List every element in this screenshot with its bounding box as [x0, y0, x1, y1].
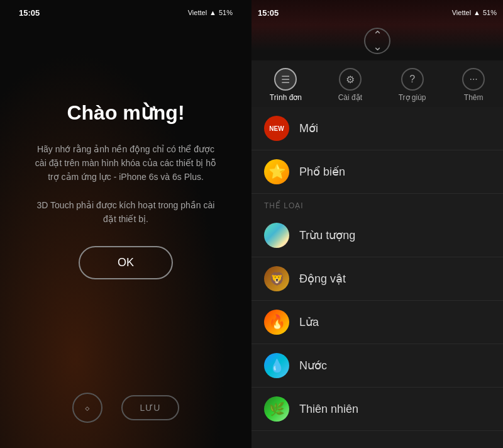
- tab-more[interactable]: ··· Thêm: [455, 65, 492, 104]
- water-label: Nước: [299, 359, 327, 372]
- section-header-the-loai: THỂ LOẠI: [252, 194, 503, 214]
- status-time-left: 15:05: [19, 8, 40, 18]
- menu-item-abstract[interactable]: Trừu tượng: [252, 214, 503, 257]
- fire-label: Lửa: [299, 315, 319, 329]
- menu-item-nature[interactable]: 🌿 Thiên nhiên: [252, 388, 503, 431]
- left-content: Chào mừng! Hãy nhớ rằng ảnh nền động chỉ…: [31, 25, 220, 393]
- battery-left: 51%: [219, 9, 233, 16]
- wifi-icon-right: ▲: [473, 9, 480, 16]
- bottom-controls: ⬦ LƯU: [72, 393, 180, 423]
- abstract-icon: [264, 223, 289, 248]
- status-bar-right: 15:05 Viettel ▲ 51%: [252, 0, 503, 25]
- menu-list: NEW Mới ⭐ Phổ biến THỂ LOẠI Trừu tượng 🦁…: [252, 107, 503, 448]
- adjust-button[interactable]: ⬦: [72, 393, 102, 423]
- left-panel: 15:05 Viettel ▲ 51% Chào mừng! Hãy nhớ r…: [0, 0, 252, 448]
- settings-tab-icon: ⚙: [339, 68, 362, 91]
- chevron-icon: ⌃⌄: [373, 30, 382, 52]
- right-panel: 15:05 Viettel ▲ 51% ⌃⌄ ☰ Trình đơn ⚙ Cài…: [252, 0, 503, 448]
- animals-label: Động vật: [299, 272, 346, 286]
- luu-button[interactable]: LƯU: [121, 395, 180, 420]
- settings-tab-label: Cài đặt: [338, 93, 362, 102]
- more-tab-icon: ···: [462, 68, 485, 91]
- new-badge: NEW: [264, 116, 289, 141]
- welcome-body2: 3D Touch phải được kích hoạt trong phần …: [31, 198, 220, 227]
- fire-icon: 🔥: [264, 310, 289, 335]
- menu-item-moi[interactable]: NEW Mới: [252, 107, 503, 150]
- pho-bien-icon: ⭐: [264, 159, 289, 184]
- menu-item-water[interactable]: 💧 Nước: [252, 344, 503, 388]
- animals-icon: 🦁: [264, 266, 289, 291]
- welcome-body1: Hãy nhớ rằng ảnh nền động chỉ có thể đượ…: [31, 142, 220, 184]
- menu-item-animals[interactable]: 🦁 Động vật: [252, 257, 503, 301]
- pho-bien-label: Phổ biến: [299, 165, 345, 179]
- menu-item-fire[interactable]: 🔥 Lửa: [252, 301, 503, 344]
- status-time-right: 15:05: [258, 8, 279, 18]
- menu-tab-icon: ☰: [274, 68, 297, 91]
- menu-item-pho-bien[interactable]: ⭐ Phổ biến: [252, 150, 503, 194]
- carrier-left: Viettel: [188, 9, 207, 16]
- welcome-title: Chào mừng!: [67, 101, 184, 125]
- abstract-label: Trừu tượng: [299, 228, 355, 242]
- help-tab-icon: ?: [401, 68, 424, 91]
- moi-label: Mới: [299, 121, 318, 135]
- status-icons-left: Viettel ▲ 51%: [188, 9, 233, 16]
- nature-label: Thiên nhiên: [299, 403, 358, 416]
- chevron-button[interactable]: ⌃⌄: [364, 28, 390, 54]
- ok-button[interactable]: OK: [79, 246, 173, 279]
- nav-tabs: ☰ Trình đơn ⚙ Cài đặt ? Trợ giúp ··· Thê…: [252, 60, 503, 107]
- water-icon: 💧: [264, 353, 289, 378]
- more-tab-label: Thêm: [464, 93, 484, 102]
- tab-settings[interactable]: ⚙ Cài đặt: [331, 65, 370, 104]
- status-icons-right: Viettel ▲ 51%: [452, 9, 497, 16]
- battery-right: 51%: [483, 9, 497, 16]
- tab-menu[interactable]: ☰ Trình đơn: [262, 65, 309, 104]
- help-tab-label: Trợ giúp: [399, 93, 426, 102]
- status-bar-left: 15:05 Viettel ▲ 51%: [13, 0, 239, 25]
- carrier-right: Viettel: [452, 9, 471, 16]
- moi-icon: NEW: [264, 116, 289, 141]
- nature-icon: 🌿: [264, 396, 289, 422]
- tab-help[interactable]: ? Trợ giúp: [391, 65, 434, 104]
- wifi-icon: ▲: [209, 9, 216, 16]
- menu-tab-label: Trình đơn: [270, 93, 302, 102]
